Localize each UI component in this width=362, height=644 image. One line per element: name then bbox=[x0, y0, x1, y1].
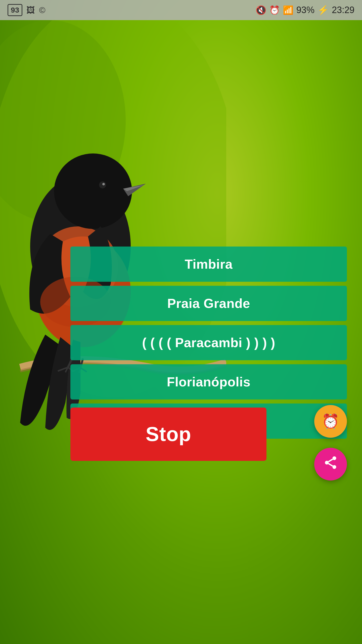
svg-point-19 bbox=[325, 461, 329, 464]
alarm-fab-icon: ⏰ bbox=[322, 413, 339, 430]
svg-line-21 bbox=[328, 463, 333, 466]
share-fab-button[interactable] bbox=[314, 448, 347, 480]
notification-count: 93 bbox=[8, 4, 22, 16]
stop-button-container: Stop bbox=[70, 408, 266, 461]
battery-level: 93% bbox=[296, 5, 314, 15]
battery-icon: ⚡ bbox=[318, 5, 329, 15]
alarm-fab-button[interactable]: ⏰ bbox=[314, 405, 347, 438]
stop-button[interactable]: Stop bbox=[70, 408, 266, 461]
mute-icon: 🔇 bbox=[256, 5, 266, 15]
alarm-icon: ⏰ bbox=[269, 5, 280, 15]
song-button-praia-grande[interactable]: Praia Grande bbox=[70, 286, 347, 321]
status-bar: 93 🖼 © 🔇 ⏰ 📶 93% ⚡ 23:29 bbox=[0, 0, 362, 20]
image-icon: 🖼 bbox=[26, 5, 35, 15]
svg-point-8 bbox=[102, 183, 105, 185]
share-fab-icon bbox=[323, 455, 338, 473]
svg-point-20 bbox=[333, 465, 336, 469]
svg-line-22 bbox=[328, 459, 333, 462]
copyright-icon: © bbox=[39, 5, 45, 15]
signal-icon: 📶 bbox=[283, 5, 293, 15]
screen: 93 🖼 © 🔇 ⏰ 📶 93% ⚡ 23:29 Timbira Praia G… bbox=[0, 0, 362, 644]
clock: 23:29 bbox=[332, 5, 354, 15]
status-right-icons: 🔇 ⏰ 📶 93% ⚡ 23:29 bbox=[256, 5, 354, 15]
svg-point-5 bbox=[54, 153, 132, 229]
song-button-timbira[interactable]: Timbira bbox=[70, 247, 347, 282]
status-left-icons: 93 🖼 © bbox=[8, 4, 45, 16]
song-button-florianopolis[interactable]: Florianópolis bbox=[70, 364, 347, 399]
song-button-paracambi[interactable]: ( ( ( ( Paracambi ) ) ) ) bbox=[70, 325, 347, 360]
svg-point-18 bbox=[333, 456, 336, 460]
